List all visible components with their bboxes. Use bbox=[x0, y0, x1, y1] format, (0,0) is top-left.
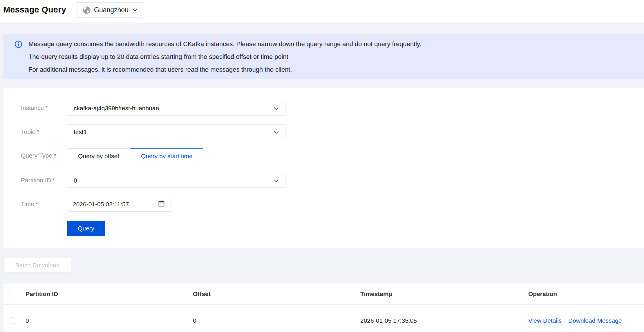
submit-row: Query bbox=[21, 221, 644, 236]
query-by-start-time-button[interactable]: Query by start time bbox=[130, 148, 203, 164]
download-message-link[interactable]: Download Message bbox=[568, 317, 622, 324]
submit-spacer bbox=[21, 221, 67, 236]
partition-label: Partition ID* bbox=[21, 173, 67, 188]
instance-label: Instance* bbox=[21, 101, 67, 116]
batch-download-button[interactable]: Batch Download bbox=[3, 258, 71, 273]
cell-offset: 0 bbox=[193, 317, 360, 324]
instance-select[interactable]: ckafka-aj4q399b/test-huanhuan bbox=[67, 101, 285, 116]
partition-select[interactable]: 0 bbox=[67, 173, 285, 188]
table-header-row: Partition ID Offset Timestamp Operation bbox=[3, 284, 644, 305]
time-picker-input[interactable]: 2026-01-05 02:11:57 bbox=[67, 197, 171, 212]
region-selector[interactable]: Guangzhou bbox=[77, 2, 143, 18]
select-all-checkbox[interactable] bbox=[10, 291, 16, 297]
required-marker: * bbox=[37, 128, 39, 135]
calendar-icon bbox=[158, 200, 165, 209]
view-details-link[interactable]: View Details bbox=[528, 317, 562, 324]
time-label: Time* bbox=[21, 197, 67, 212]
table-row: 0 0 2026-01-05 17:35:05 View Details Dow… bbox=[3, 305, 644, 332]
chevron-down-icon bbox=[274, 129, 279, 136]
topic-select-value: test1 bbox=[74, 129, 87, 136]
page-title: Message Query bbox=[3, 5, 66, 15]
banner-line-3: For additional messages, it is recommend… bbox=[28, 63, 422, 76]
required-marker: * bbox=[45, 104, 48, 111]
row-checkbox[interactable] bbox=[10, 317, 16, 324]
query-type-label: Query Type* bbox=[21, 148, 67, 164]
select-all-cell bbox=[3, 291, 26, 297]
topic-select[interactable]: test1 bbox=[67, 124, 285, 139]
column-header-offset: Offset bbox=[193, 290, 360, 297]
topic-row: Topic* test1 bbox=[21, 124, 644, 139]
cell-timestamp: 2026-01-05 17:35:05 bbox=[360, 317, 528, 324]
results-table: Partition ID Offset Timestamp Operation … bbox=[3, 284, 644, 332]
time-picker-value: 2026-01-05 02:11:57 bbox=[73, 201, 129, 208]
chevron-down-icon bbox=[274, 105, 279, 112]
query-type-segmented: Query by offset Query by start time bbox=[67, 148, 203, 164]
chevron-down-icon bbox=[274, 177, 279, 184]
banner-line-1: Message query consumes the bandwidth res… bbox=[28, 38, 422, 50]
cell-operation: View Details Download Message bbox=[528, 317, 644, 324]
info-icon bbox=[15, 40, 22, 48]
column-header-operation: Operation bbox=[528, 290, 644, 297]
query-by-offset-button[interactable]: Query by offset bbox=[67, 148, 130, 164]
instance-row: Instance* ckafka-aj4q399b/test-huanhuan bbox=[21, 101, 644, 116]
banner-line-2: The query results display up to 20 data … bbox=[28, 50, 422, 63]
row-select-cell bbox=[3, 317, 26, 324]
partition-row: Partition ID* 0 bbox=[21, 173, 644, 188]
globe-icon bbox=[83, 6, 91, 14]
column-header-partition-id: Partition ID bbox=[26, 290, 193, 297]
column-header-timestamp: Timestamp bbox=[360, 290, 528, 297]
required-marker: * bbox=[53, 177, 55, 183]
banner-text: Message query consumes the bandwidth res… bbox=[28, 38, 422, 79]
message-query-page: Message Query Guangzhou bbox=[0, 0, 644, 332]
required-marker: * bbox=[54, 152, 56, 159]
partition-select-value: 0 bbox=[74, 177, 77, 184]
instance-select-value: ckafka-aj4q399b/test-huanhuan bbox=[74, 105, 159, 112]
time-row: Time* 2026-01-05 02:11:57 bbox=[21, 197, 644, 212]
page-header: Message Query Guangzhou bbox=[0, 0, 644, 23]
cell-partition-id: 0 bbox=[26, 317, 193, 324]
info-banner: Message query consumes the bandwidth res… bbox=[3, 34, 644, 79]
query-form-card: Instance* ckafka-aj4q399b/test-huanhuan … bbox=[3, 88, 644, 248]
query-type-row: Query Type* Query by offset Query by sta… bbox=[21, 148, 644, 164]
region-label: Guangzhou bbox=[94, 6, 129, 14]
topic-label: Topic* bbox=[21, 124, 67, 139]
query-button[interactable]: Query bbox=[67, 221, 105, 236]
required-marker: * bbox=[36, 201, 38, 207]
chevron-down-icon bbox=[132, 8, 138, 13]
